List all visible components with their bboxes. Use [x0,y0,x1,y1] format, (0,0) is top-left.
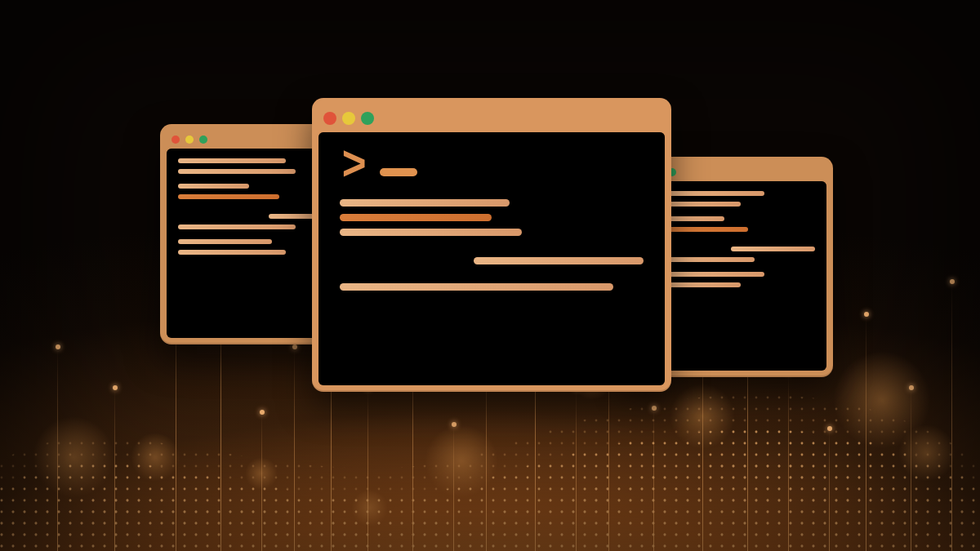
close-icon [172,136,180,144]
maximize-icon [361,112,374,125]
minimize-icon [185,136,194,144]
maximize-icon [199,136,207,144]
terminal-window-main: > [312,98,671,392]
close-icon [323,112,336,125]
titlebar [318,104,665,132]
prompt-row: > [340,150,644,176]
terminal-screen: > [318,132,665,385]
cursor-icon [380,168,417,176]
minimize-icon [342,112,355,125]
